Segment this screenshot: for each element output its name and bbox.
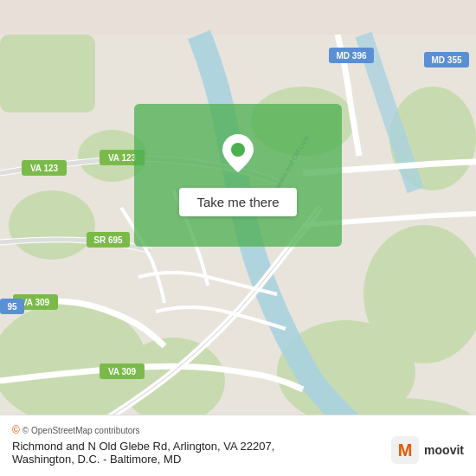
svg-text:VA 123: VA 123 [30,164,59,173]
copyright-icon: © [12,424,20,436]
map-container: VA 123 VA 123 SR 695 VA 309 VA 309 MD 35… [0,0,476,476]
svg-text:VA 309: VA 309 [22,298,50,307]
pin-icon [222,134,254,172]
take-me-there-button[interactable]: Take me there [179,188,296,216]
svg-point-30 [231,143,245,157]
svg-text:SR 695: SR 695 [93,235,123,245]
osm-credit-text: © OpenStreetMap contributors [23,426,140,435]
svg-text:MD 355: MD 355 [431,55,461,65]
map-highlight-overlay: Take me there [134,104,342,247]
svg-point-6 [9,190,95,260]
osm-credit: © © OpenStreetMap contributors [12,424,464,436]
moovit-brand: M moovit [391,436,464,464]
svg-text:95: 95 [7,302,17,312]
moovit-text: moovit [424,443,464,457]
svg-rect-9 [0,35,95,113]
svg-text:VA 123: VA 123 [108,153,137,163]
svg-text:VA 309: VA 309 [108,367,137,376]
svg-text:M: M [398,441,413,460]
bottom-bar: © © OpenStreetMap contributors Richmond … [0,415,476,476]
svg-text:MD 396: MD 396 [336,51,366,61]
moovit-logo-icon: M [391,436,419,464]
location-pin-wrapper [222,134,254,176]
svg-point-2 [121,338,225,424]
